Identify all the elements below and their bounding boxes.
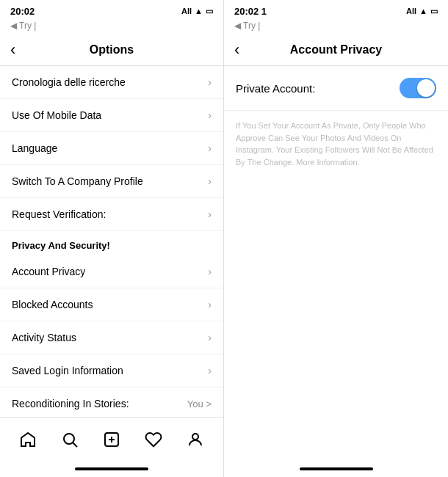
chevron-icon: › [208,109,212,121]
privacy-description-text: If You Set Your Account As Private, Only… [236,121,433,167]
svg-point-0 [64,434,74,444]
menu-item-mobile-data-text: Use Of Mobile Data [12,109,101,121]
chevron-icon: › [208,76,212,88]
reconditioning-right: You > [187,398,212,409]
privacy-security-section: Privacy And Security! [0,231,223,255]
nav-home-button[interactable] [13,425,43,454]
menu-item-verification-text: Request Verification: [12,208,106,220]
right-spacer [224,177,448,461]
private-account-label: Private Account: [236,82,315,95]
chevron-icon: › [208,299,212,310]
menu-item-language-text: Language [12,142,57,154]
right-status-icons: All ▲ ▭ [406,7,438,16]
left-menu-list: Cronologia delle ricerche › Use Of Mobil… [0,66,223,417]
right-back-button[interactable]: ‹ [234,40,239,59]
left-back-button[interactable]: ‹ [10,40,15,59]
menu-item-reconditioning-text: Reconditioning In Stories: [12,398,129,409]
add-icon [103,431,120,448]
svg-line-1 [73,443,78,447]
profile-icon [187,431,204,448]
right-panel: 20:02 1 All ▲ ▭ ◀ Try | ‹ Account Privac… [224,0,448,477]
private-account-toggle[interactable] [400,78,436,98]
menu-item-reconditioning[interactable]: Reconditioning In Stories: You > [0,387,223,417]
nav-search-button[interactable] [55,425,84,454]
menu-item-saved-login-text: Saved Login Information [12,365,123,376]
chevron-icon: › [208,142,212,154]
menu-item-language[interactable]: Language › [0,132,223,165]
left-home-indicator [0,461,223,477]
home-bar [75,467,148,470]
search-icon [61,431,79,448]
menu-item-saved-login[interactable]: Saved Login Information › [0,354,223,387]
menu-item-cronologia-text: Cronologia delle ricerche [12,76,126,88]
home-bar-right [300,467,373,470]
right-home-indicator [224,461,448,477]
left-bottom-nav [0,417,223,461]
right-header-title: Account Privacy [290,43,382,57]
menu-item-company-profile[interactable]: Switch To A Company Profile › [0,165,223,198]
left-header: ‹ Options [0,34,223,66]
chevron-icon: › [208,332,212,343]
chevron-icon: › [208,175,212,187]
right-status-bar: 20:02 1 All ▲ ▭ [224,0,448,21]
left-time: 20:02 [10,6,35,17]
chevron-icon: › [208,266,212,277]
menu-item-company-profile-text: Switch To A Company Profile [12,175,143,187]
toggle-knob [417,79,435,97]
menu-item-cronologia[interactable]: Cronologia delle ricerche › [0,66,223,99]
right-try-label: ◀ Try | [224,21,448,34]
left-try-label: ◀ Try | [0,21,223,34]
left-header-title: Options [90,43,134,57]
menu-item-account-privacy-text: Account Privacy [12,266,85,277]
right-network-label: All [406,7,416,15]
left-panel: 20:02 All ▲ ▭ ◀ Try | ‹ Options Cronolog… [0,0,224,477]
home-icon [19,431,37,448]
chevron-icon: › [208,208,212,220]
chevron-icon: › [208,365,212,376]
reconditioning-value: You > [187,398,212,409]
menu-item-activity-status[interactable]: Activity Status › [0,321,223,354]
menu-item-blocked-accounts-text: Blocked Accounts [12,299,93,310]
nav-heart-button[interactable] [139,425,168,454]
nav-add-button[interactable] [97,425,126,454]
menu-item-activity-status-text: Activity Status [12,332,76,343]
right-time: 20:02 1 [234,6,267,17]
network-label: All [181,7,192,15]
left-status-bar: 20:02 All ▲ ▭ [0,0,223,21]
heart-icon [145,431,162,448]
privacy-security-label: Privacy And Security! [12,240,110,251]
battery-icon: ▭ [206,7,213,16]
menu-item-account-privacy[interactable]: Account Privacy › [0,255,223,288]
menu-item-blocked-accounts[interactable]: Blocked Accounts › [0,288,223,321]
svg-point-5 [192,434,198,440]
private-account-row[interactable]: Private Account: [224,66,448,111]
left-status-icons: All ▲ ▭ [181,7,213,16]
wifi-icon: ▲ [195,7,203,15]
right-battery-icon: ▭ [430,7,438,16]
menu-item-mobile-data[interactable]: Use Of Mobile Data › [0,99,223,132]
menu-item-verification[interactable]: Request Verification: › [0,198,223,231]
right-header: ‹ Account Privacy [224,34,448,66]
nav-profile-button[interactable] [181,425,210,454]
right-wifi-icon: ▲ [419,7,427,15]
privacy-description: If You Set Your Account As Private, Only… [224,111,448,177]
